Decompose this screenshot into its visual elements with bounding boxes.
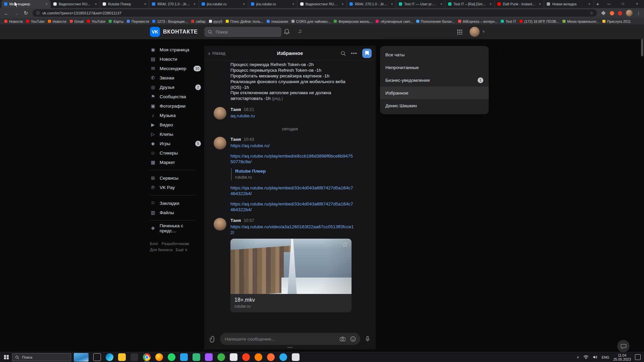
favorite-star-icon[interactable]: ☆ xyxy=(342,241,348,249)
bookmark-item[interactable]: «Кулинарные скит... xyxy=(374,19,415,23)
pycharm-icon[interactable] xyxy=(193,353,200,361)
figma-icon[interactable] xyxy=(205,353,213,361)
message-link[interactable]: https://aq.rutube.ru/ xyxy=(230,143,354,148)
sidebar-item-vkpay[interactable]: ℗VK Pay xyxy=(150,183,201,192)
browser-profile-avatar[interactable] xyxy=(626,10,633,16)
language-indicator[interactable]: ENG xyxy=(602,355,609,359)
footer-link-business[interactable]: Для бизнеса xyxy=(150,248,172,252)
anaconda-icon[interactable] xyxy=(217,353,225,361)
tray-expand-icon[interactable]: ∧ xyxy=(577,355,579,359)
footer-link-more[interactable]: Ещё ∨ xyxy=(176,248,187,252)
tab-close-icon[interactable]: × xyxy=(340,2,345,6)
bookmark-item[interactable]: Плюс Дейли: поль... xyxy=(224,19,265,23)
support-chat-button[interactable] xyxy=(617,340,630,352)
wifi-icon[interactable] xyxy=(583,355,589,359)
taskbar-clock[interactable]: 11:04 25.05.2023 xyxy=(613,353,631,361)
message-link[interactable]: https://aq.rutube.ru/play/embed/33c4d043… xyxy=(230,201,354,213)
tab-close-icon[interactable]: × xyxy=(44,2,49,6)
sidebar-item-bookmarks[interactable]: ⚐Закладки xyxy=(150,198,201,208)
bookmark-item[interactable]: Фермерская жизнь... xyxy=(332,19,374,23)
message-link[interactable]: https://aq.rutube.ru/video/a3a1260163f22… xyxy=(230,224,354,235)
tab-close-icon[interactable]: × xyxy=(439,2,443,6)
taskbar-search-input[interactable] xyxy=(21,355,68,360)
bookmark-item[interactable]: YouTube xyxy=(85,19,107,23)
sidebar-item-my-page[interactable]: ◉Моя страница xyxy=(150,45,201,54)
attach-icon[interactable] xyxy=(209,336,216,343)
edge-icon[interactable] xyxy=(106,353,113,361)
sidebar-item-market[interactable]: ▦Маркет xyxy=(150,158,201,167)
tab-close-icon[interactable]: × xyxy=(143,2,147,6)
tab-close-icon[interactable]: × xyxy=(193,2,197,6)
bookmark-item[interactable]: Пополнение балан... xyxy=(415,19,457,23)
bookmark-item[interactable]: Test IT xyxy=(499,19,518,23)
browser-tab[interactable]: Новая вкладка × xyxy=(544,0,593,8)
scrollbar-thumb[interactable] xyxy=(641,39,643,56)
volume-icon[interactable] xyxy=(593,355,598,359)
bell-icon[interactable] xyxy=(283,28,290,35)
message-author[interactable]: Таня xyxy=(230,218,241,223)
message-input[interactable] xyxy=(224,336,335,342)
music-icon[interactable]: ♫ xyxy=(298,28,302,35)
sidebar-item-messenger[interactable]: ✉Мессенджер10 xyxy=(150,64,201,73)
bookmark-item[interactable]: Карты xyxy=(107,19,125,23)
bookmark-item[interactable]: ругуб xyxy=(207,19,224,23)
footer-link-developers[interactable]: Разработчикам xyxy=(162,242,189,246)
bookmark-star-icon[interactable]: ☆ xyxy=(590,11,593,15)
emoji-icon[interactable] xyxy=(350,336,356,342)
bookmark-item[interactable]: Перевести xyxy=(125,19,151,23)
more-options-icon[interactable]: ••• xyxy=(351,50,357,56)
sidebar-item-communities[interactable]: ⚑Сообщества xyxy=(150,92,201,101)
new-tab-button[interactable]: + xyxy=(594,0,602,8)
forward-icon[interactable]: → xyxy=(13,10,19,16)
window-maximize-button[interactable]: □ xyxy=(616,0,630,8)
extension-icon[interactable] xyxy=(618,11,622,15)
sidebar-item-games[interactable]: ◆Игры5 xyxy=(150,139,201,148)
sidebar-item-music[interactable]: ♪Музыка xyxy=(150,111,201,120)
browser-tab[interactable]: Мессенджер × xyxy=(1,0,51,8)
weather-widget[interactable] xyxy=(74,353,89,362)
browser-tab[interactable]: Test IT – [Rai] [Smoke] t × xyxy=(445,0,495,8)
sidebar-item-miniapp[interactable]: ❖Печенька с предс… xyxy=(150,224,201,233)
window-minimize-button[interactable]: — xyxy=(602,0,616,8)
tab-close-icon[interactable]: × xyxy=(94,2,98,6)
sidebar-item-news[interactable]: ▤Новости xyxy=(150,54,201,64)
bookmark-item[interactable]: Gmail xyxy=(68,19,85,23)
chat-search-icon[interactable] xyxy=(340,51,346,56)
vk-logo[interactable]: VK ВКОНТАКТЕ xyxy=(150,27,198,37)
chrome-icon[interactable] xyxy=(143,353,151,361)
extension-icon[interactable] xyxy=(610,11,614,15)
filter-denis-shishkin[interactable]: Денис Шишкин xyxy=(380,99,489,112)
video-thumbnail[interactable]: ☆ xyxy=(230,239,352,294)
message-input-field[interactable] xyxy=(220,333,360,345)
vlc-icon[interactable] xyxy=(255,353,262,361)
browser-tab[interactable]: Test IT — User profile × xyxy=(396,0,445,8)
tab-close-icon[interactable]: × xyxy=(587,2,592,6)
filter-unread[interactable]: Непрочитанные xyxy=(380,61,489,74)
site-info-icon[interactable]: ⓘ xyxy=(36,11,40,15)
bookmark-item[interactable]: Новости xyxy=(46,19,68,23)
link-preview-title[interactable]: Rutube Плеер xyxy=(235,169,354,174)
bookmark-item[interactable]: Меню правильног... xyxy=(561,19,601,23)
tab-close-icon[interactable]: × xyxy=(538,2,542,6)
tab-close-icon[interactable]: × xyxy=(390,2,394,6)
sidebar-item-photos[interactable]: ▣Фотографии xyxy=(150,101,201,111)
postman-icon[interactable] xyxy=(267,353,275,361)
message-list[interactable]: Процесс переезда Refresh Token-ов -2h Пр… xyxy=(204,61,376,329)
message-author[interactable]: Таня xyxy=(230,107,241,112)
sidebar-item-clips[interactable]: ▷Клипы xyxy=(150,129,201,139)
avatar[interactable] xyxy=(214,137,226,149)
start-button[interactable] xyxy=(2,353,11,362)
page-scrollbar[interactable] xyxy=(641,24,643,352)
bookmark-item[interactable]: 1273 - Входящие... xyxy=(151,19,189,23)
whatsapp-icon[interactable] xyxy=(168,353,175,361)
filter-business-notifications[interactable]: Бизнес-уведомления1 xyxy=(380,74,489,86)
avatar[interactable] xyxy=(214,107,226,120)
browser-tab[interactable]: jira.rutube.ru × xyxy=(199,0,248,8)
vscode-icon[interactable] xyxy=(180,353,188,361)
message-link[interactable]: https://aq.rutube.ru/play/embed/e8ccb186… xyxy=(230,153,354,165)
avatar[interactable] xyxy=(214,218,226,231)
browser-tab[interactable]: RRAI: 270.1.0 - Jira.Rut × xyxy=(149,0,199,8)
file-explorer-icon[interactable] xyxy=(118,353,126,361)
saved-messages-button[interactable] xyxy=(362,49,372,58)
sidebar-item-files[interactable]: ▥Файлы xyxy=(150,208,201,217)
